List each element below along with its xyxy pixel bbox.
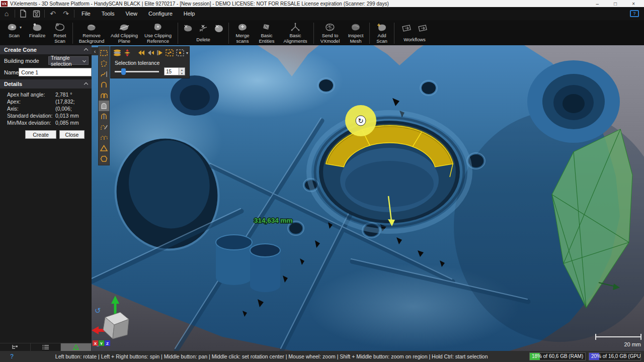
title-bar: VX VXelements - 3D Software Platform - H… <box>0 0 644 7</box>
close-button[interactable]: Close <box>59 130 85 139</box>
separator <box>178 23 178 44</box>
workflows-group[interactable]: Workflows <box>396 22 433 42</box>
panel-collapse-button[interactable]: ‹ <box>92 47 98 55</box>
selection-tolerance-label: Selection tolerance <box>111 59 189 66</box>
create-button[interactable]: Create <box>25 130 56 139</box>
menu-bar: ⌂ ↶ ↷ File Tools View Configure Help ? <box>0 7 644 20</box>
save-icon[interactable] <box>30 9 43 19</box>
page-icon <box>20 10 27 18</box>
polygon-selection-tool[interactable] <box>99 58 109 69</box>
menu-file[interactable]: File <box>76 7 96 20</box>
remove-background-button[interactable]: Remove Background <box>75 22 108 44</box>
new-session-icon[interactable] <box>17 9 30 19</box>
box-selection-icon[interactable] <box>176 48 185 57</box>
tolerance-slider[interactable] <box>115 71 159 72</box>
ribbon-toolbar: ▾ Scan Finalize Reset Scan Remove Backgr… <box>0 20 644 45</box>
scan-dropdown-caret[interactable]: ▾ <box>20 25 22 30</box>
more-options-caret[interactable]: ▾ <box>186 48 188 57</box>
minimize-button[interactable]: – <box>596 1 599 7</box>
merge-scans-button[interactable]: Merge scans <box>231 22 254 44</box>
brush-double-selection-tool[interactable] <box>99 90 109 101</box>
slider-handle[interactable] <box>121 68 126 75</box>
blob-selection-tool[interactable] <box>99 153 109 164</box>
central-bore[interactable] <box>309 113 470 231</box>
delete-mesh-icon[interactable] <box>183 24 194 33</box>
add-clipping-plane-button[interactable]: Add Clipping Plane <box>108 22 140 44</box>
tab-tree-view[interactable] <box>0 343 31 351</box>
brush-visible-selection-tool[interactable] <box>99 132 109 143</box>
separator <box>369 23 370 44</box>
separator <box>74 10 74 18</box>
basic-alignments-icon <box>289 22 301 32</box>
use-clipping-reference-button[interactable]: Use Clipping Reference <box>140 22 176 44</box>
selection-tolerance-popup: ▾ Selection tolerance 15 ▲ ▼ <box>110 46 190 78</box>
help-chat-icon[interactable]: ? <box>630 10 639 17</box>
finalize-button[interactable]: Finalize <box>25 22 49 39</box>
basic-entities-button[interactable]: Basic Entities <box>254 22 279 44</box>
detail-row: Apex half angle:2,781 ° <box>0 91 92 98</box>
gpu-usage-meter: 20% of 16,0 GB (GPU) <box>589 352 641 360</box>
details-header[interactable]: Details <box>0 79 92 88</box>
basic-alignments-button[interactable]: Basic Alignments <box>279 22 311 44</box>
status-bar: ? Left button: rotate | Left + Right but… <box>0 351 644 362</box>
tolerance-value-input[interactable]: 15 <box>164 67 179 75</box>
name-input[interactable] <box>19 68 92 76</box>
svg-text:20 mm: 20 mm <box>624 341 641 347</box>
collapse-chevron-icon <box>84 82 88 86</box>
remove-background-icon <box>86 22 98 32</box>
layer-selection-icon[interactable] <box>113 48 122 57</box>
delete-group: Delete <box>180 22 226 42</box>
zoom-selection-icon[interactable] <box>165 48 174 57</box>
delete-points-icon[interactable] <box>198 24 209 33</box>
tab-list-view[interactable] <box>31 343 61 351</box>
delete-blob-icon[interactable] <box>213 24 224 33</box>
menu-tools[interactable]: Tools <box>96 7 120 20</box>
axis-triad-label: X Y Z <box>93 340 110 346</box>
add-scan-button[interactable]: Add Scan <box>372 22 392 44</box>
workflow-alt-icon <box>417 24 429 33</box>
reset-scan-button[interactable]: Reset Scan <box>49 22 70 44</box>
brush-connected-selection-tool[interactable] <box>99 122 109 132</box>
selection-brush-cursor: ↻ <box>345 105 376 136</box>
send-to-vxmodel-icon <box>324 22 336 32</box>
redo-icon[interactable]: ↷ <box>59 9 72 19</box>
scan-icon <box>7 22 19 32</box>
select-previous-icon[interactable] <box>137 48 145 57</box>
viewport-3d[interactable]: ↻ 314,634 mm ↺ ↻ X Y <box>92 45 644 351</box>
brush-active-selection-tool[interactable] <box>99 101 109 111</box>
select-back-icon[interactable] <box>147 48 155 57</box>
rotate-ccw-icon[interactable]: ↺ <box>95 306 101 315</box>
mouse-hints: Left button: rotate | Left + Right butto… <box>55 353 488 359</box>
send-to-vxmodel-button[interactable]: Send to VXmodel <box>316 22 344 44</box>
create-cone-header[interactable]: Create Cone <box>0 45 92 54</box>
separator <box>44 10 45 18</box>
menu-configure[interactable]: Configure <box>143 7 178 20</box>
tab-3d-view[interactable] <box>61 343 92 351</box>
separator <box>313 23 314 44</box>
brush-inverse-selection-tool[interactable] <box>99 111 109 122</box>
window-title: VXelements - 3D Software Platform - Hand… <box>10 1 389 7</box>
triangle-3d-icon <box>73 344 79 350</box>
flip-selection-icon[interactable] <box>123 48 131 57</box>
rectangle-selection-tool[interactable] <box>99 48 109 58</box>
detail-row: Standard deviation:0,013 mm <box>0 112 92 119</box>
brush-selection-tool[interactable] <box>99 79 109 90</box>
maximize-button[interactable]: □ <box>614 1 617 7</box>
spin-down-button[interactable]: ▼ <box>179 71 185 75</box>
menu-help[interactable]: Help <box>178 7 201 20</box>
inspect-mesh-button[interactable]: Inspect Mesh <box>344 22 367 44</box>
detail-row: Apex:(17,832; <box>0 98 92 105</box>
spin-up-button[interactable]: ▲ <box>179 68 185 71</box>
building-mode-dropdown[interactable]: Triangle selection <box>48 56 89 65</box>
close-button[interactable]: × <box>632 1 635 7</box>
freeform-selection-tool[interactable] <box>99 69 109 79</box>
help-icon[interactable]: ? <box>0 353 14 360</box>
separator <box>72 23 73 44</box>
select-next-icon[interactable] <box>156 48 164 57</box>
scan-button[interactable]: ▾ Scan <box>3 22 25 39</box>
scan-scene[interactable]: ↻ 314,634 mm ↺ ↻ X Y <box>92 45 644 351</box>
home-icon[interactable]: ⌂ <box>0 9 13 19</box>
menu-view[interactable]: View <box>120 7 143 20</box>
triangle-selection-tool[interactable] <box>99 143 109 153</box>
undo-icon[interactable]: ↶ <box>46 9 59 19</box>
